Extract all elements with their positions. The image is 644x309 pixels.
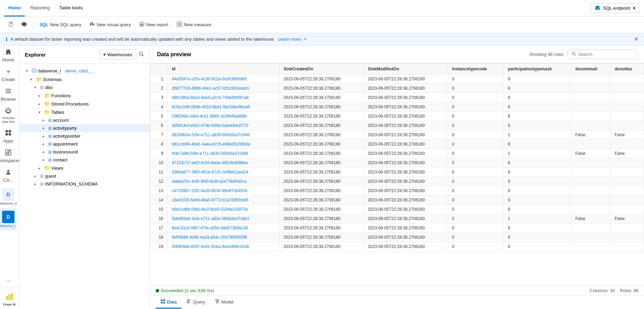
tree-views[interactable]: ▸ 📁 Views bbox=[19, 164, 150, 172]
folder-icon: 📁 bbox=[44, 93, 50, 98]
cell-rownum: 9 bbox=[150, 149, 168, 158]
tree-dbo[interactable]: ▾ ⊞ dbo bbox=[19, 83, 150, 91]
tree-table-activityparty[interactable]: ▸ ⊞ activityparty bbox=[19, 124, 150, 132]
settings-button[interactable] bbox=[18, 19, 30, 30]
info-icon: ℹ bbox=[6, 36, 8, 42]
tree-stored-procedures[interactable]: ▸ 📁 Stored Procedures bbox=[19, 100, 150, 108]
sidebar-item-apps[interactable]: Apps bbox=[0, 127, 17, 146]
cell-rownum: 13 bbox=[150, 186, 168, 196]
cell-rownum: 11 bbox=[150, 168, 168, 177]
tab-model[interactable]: Model bbox=[210, 296, 238, 309]
search-input[interactable] bbox=[578, 52, 633, 57]
appointment-label: appointment bbox=[53, 141, 78, 147]
doc-button[interactable] bbox=[4, 19, 17, 30]
sidebar-item-ca[interactable]: CA... bbox=[0, 166, 17, 186]
sidebar-item-more[interactable]: ··· bbox=[0, 275, 17, 287]
tree-table-account[interactable]: ▸ ⊞ account bbox=[19, 116, 150, 124]
cell-sink-modified-on: 2023-06-05T22:28:38.2706180 bbox=[363, 140, 448, 149]
new-report-button[interactable]: New report bbox=[136, 19, 172, 30]
cell-participationtypemask: 9 bbox=[503, 74, 571, 84]
explorer-search-button[interactable] bbox=[139, 51, 144, 58]
svg-rect-39 bbox=[163, 302, 165, 303]
cell-sink-modified-on: 2023-06-05T22:28:38.2706180 bbox=[363, 205, 448, 214]
col-sink-created-on: SinkCreatedOn bbox=[279, 64, 364, 74]
cell-sink-modified-on: 2023-06-05T22:28:38.2706180 bbox=[363, 233, 448, 242]
new-sql-query-button[interactable]: SQL New SQL query bbox=[36, 20, 85, 29]
cell-instancetypecode: 0 bbox=[448, 223, 503, 233]
main-content: Home + Create Browse OneLake data hub bbox=[0, 46, 644, 309]
cell-id: 5eb0834d-3cfe-e711-a82e-000d3a37c8e1 bbox=[168, 214, 279, 223]
cell-id: b81ccb99-4b41-4aea-b7c5-e96e05200b0a bbox=[168, 140, 279, 149]
col-donotfax: donotfax bbox=[610, 64, 644, 74]
tree-table-businessunit[interactable]: ▸ ⊞ businessunit bbox=[19, 148, 150, 156]
svg-rect-3 bbox=[90, 23, 91, 26]
tree-information-schema[interactable]: ▸ ⊞ INFORMATION_SCHEMA bbox=[19, 180, 150, 188]
chevron-right-icon: ▸ bbox=[39, 166, 43, 170]
sidebar-item-dataverse-m[interactable]: D dataverse_m bbox=[0, 186, 17, 208]
sql-endpoint-dropdown[interactable]: SQL endpoint ▾ bbox=[590, 3, 640, 13]
cell-sink-created-on: 2023-06-05T22:28:38.2706180 bbox=[279, 177, 364, 186]
rows-total: Rows: 96 bbox=[620, 288, 638, 293]
cell-id: 538da977-36f3-461b-87c5-1bf9e81aea24 bbox=[168, 168, 279, 177]
tree-table-activitypointer[interactable]: ▸ ⊞ activitypointer bbox=[19, 132, 150, 140]
schemas-label: Schemas bbox=[43, 77, 62, 82]
tab-home[interactable]: Home bbox=[4, 0, 25, 17]
tree-guest-schema[interactable]: ▸ ⊞ guest bbox=[19, 172, 150, 180]
svg-rect-21 bbox=[6, 133, 8, 136]
svg-rect-40 bbox=[216, 300, 217, 301]
info-bar-close-button[interactable]: ✕ bbox=[634, 36, 638, 42]
search-box[interactable] bbox=[568, 50, 637, 59]
svg-rect-13 bbox=[180, 24, 182, 27]
root-icon bbox=[32, 68, 37, 74]
chevron-right-icon: ▸ bbox=[43, 142, 47, 146]
cell-participationtypemask: 1 bbox=[503, 130, 571, 140]
tab-reporting[interactable]: Reporting bbox=[26, 0, 54, 17]
tab-table-tools[interactable]: Table tools bbox=[55, 0, 87, 17]
measure-icon bbox=[177, 21, 182, 28]
tab-data[interactable]: Data bbox=[156, 296, 181, 309]
table-row: 1 94a5547e-d2fa-4c39-922a-0cb63ffd0d60 2… bbox=[150, 74, 644, 84]
table-icon: ⊞ bbox=[48, 150, 52, 154]
cell-donotemail bbox=[571, 233, 610, 242]
tree-schemas[interactable]: ▾ 📁 Schemas bbox=[19, 75, 150, 83]
sidebar-item-dataverse-i[interactable]: D dataverse_i... bbox=[0, 208, 17, 230]
svg-rect-38 bbox=[161, 302, 163, 303]
cell-donotemail bbox=[571, 223, 610, 233]
data-table-wrap[interactable]: Id SinkCreatedOn SinkModifiedOn instance… bbox=[150, 63, 644, 286]
svg-rect-36 bbox=[161, 299, 163, 301]
chevron-down-icon: ▾ bbox=[34, 86, 39, 89]
tree-tables[interactable]: ▾ 📁 Tables bbox=[19, 108, 150, 116]
folder-icon: 📁 bbox=[36, 77, 42, 82]
sidebar-item-onelake[interactable]: OneLake data hub bbox=[0, 104, 17, 127]
cell-instancetypecode: 0 bbox=[448, 168, 503, 177]
cell-donotfax bbox=[610, 233, 644, 242]
sql-endpoint-label: SQL endpoint bbox=[603, 6, 630, 11]
cell-rownum: 6 bbox=[150, 121, 168, 130]
cell-participationtypemask: 9 bbox=[503, 196, 571, 205]
sidebar-item-home[interactable]: Home bbox=[0, 46, 17, 65]
tab-query[interactable]: Query bbox=[181, 296, 210, 309]
sidebar-item-workspaces[interactable]: Workspaces bbox=[0, 146, 17, 166]
data-tab-icon bbox=[160, 299, 165, 305]
cell-participationtypemask: 9 bbox=[503, 223, 571, 233]
cell-id: d05814cf-e0b2-474b-939d-2aeb0eb1071f bbox=[168, 121, 279, 130]
cell-donotemail bbox=[571, 93, 610, 102]
add-warehouse-button[interactable]: + Warehouses bbox=[99, 50, 136, 59]
table-row: 17 8a4c31c0-fd87-47fa-a05d-0da57389a130 … bbox=[150, 223, 644, 233]
tree-root-node[interactable]: ▾ dataverse_l demo_cds2_... bbox=[19, 67, 150, 75]
root-sublabel: demo_cds2_... bbox=[65, 68, 94, 73]
table-row: 5 03ff206e-cbb4-4c61-9985-3e3f449ad66b 2… bbox=[150, 112, 644, 121]
tree-functions[interactable]: ▸ 📁 Functions bbox=[19, 91, 150, 100]
learn-more-link[interactable]: Learn more bbox=[278, 37, 301, 42]
explorer-tree: ▾ dataverse_l demo_cds2_... ▾ 📁 Schemas … bbox=[19, 64, 150, 309]
sidebar-item-browse[interactable]: Browse bbox=[0, 85, 17, 104]
tree-table-appointment[interactable]: ▸ ⊞ appointment bbox=[19, 140, 150, 148]
cell-sink-modified-on: 2023-06-05T22:28:38.2706180 bbox=[363, 130, 448, 140]
svg-rect-5 bbox=[93, 23, 94, 26]
sidebar-item-create[interactable]: + Create bbox=[0, 65, 17, 85]
new-measure-button[interactable]: New measure bbox=[173, 19, 215, 30]
svg-rect-33 bbox=[32, 69, 36, 72]
tree-table-contact[interactable]: ▸ ⊞ contact bbox=[19, 156, 150, 164]
svg-rect-7 bbox=[141, 24, 141, 26]
new-visual-query-button[interactable]: New visual query bbox=[86, 19, 134, 30]
